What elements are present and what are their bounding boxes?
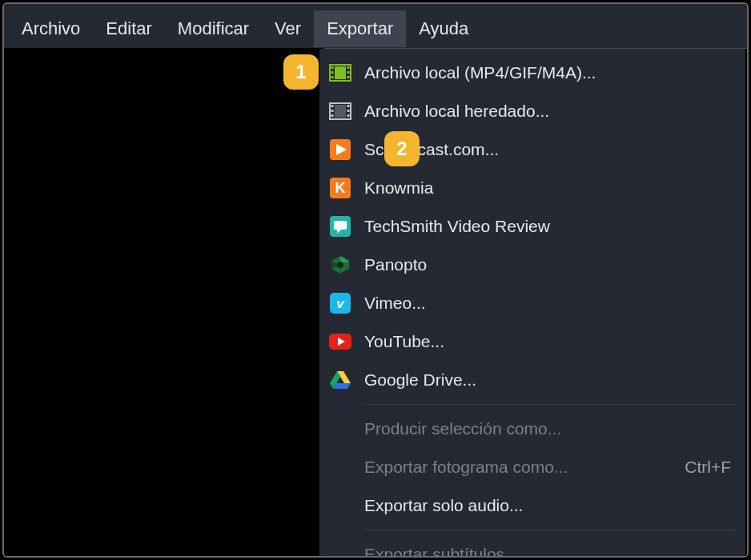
export-dropdown: Archivo local (MP4/GIF/M4A)... Archivo l… xyxy=(319,49,745,558)
menu-item-label: Panopto xyxy=(364,255,731,274)
export-youtube[interactable]: YouTube... xyxy=(319,322,745,361)
callout-label: 2 xyxy=(396,138,407,160)
callout-1: 1 xyxy=(283,54,319,90)
menu-item-label: Exportar subtítulos... xyxy=(364,545,731,558)
menu-ayuda[interactable]: Ayuda xyxy=(406,10,481,47)
menu-ver[interactable]: Ver xyxy=(262,10,314,47)
menu-editar[interactable]: Editar xyxy=(93,10,164,47)
svg-point-25 xyxy=(337,262,343,268)
svg-rect-6 xyxy=(347,71,350,74)
svg-rect-21 xyxy=(334,221,347,230)
menu-label: Ayuda xyxy=(419,18,468,39)
menu-item-label: Archivo local heredado... xyxy=(364,102,731,121)
export-techsmith[interactable]: TechSmith Video Review xyxy=(319,207,745,246)
svg-rect-14 xyxy=(347,110,350,112)
svg-rect-3 xyxy=(331,71,334,74)
svg-rect-10 xyxy=(331,105,334,107)
menu-modificar[interactable]: Modificar xyxy=(165,10,262,47)
callout-2: 2 xyxy=(384,131,420,166)
menu-label: Editar xyxy=(106,18,151,39)
film-green-icon xyxy=(329,62,351,84)
menu-exportar[interactable]: Exportar xyxy=(314,10,406,47)
svg-rect-4 xyxy=(331,76,334,78)
menu-label: Modificar xyxy=(178,18,249,39)
svg-rect-7 xyxy=(347,76,350,78)
menu-item-label: Exportar solo audio... xyxy=(364,496,731,515)
svg-rect-5 xyxy=(347,66,350,69)
export-local-mp4[interactable]: Archivo local (MP4/GIF/M4A)... xyxy=(319,54,745,92)
menu-item-shortcut: Ctrl+F xyxy=(685,458,731,477)
vimeo-icon: v xyxy=(329,292,351,314)
export-screencast[interactable]: Screencast.com... xyxy=(319,130,745,169)
menu-label: Archivo xyxy=(22,18,80,39)
youtube-icon xyxy=(329,330,351,353)
export-frame-as: Exportar fotograma como... Ctrl+F xyxy=(319,448,745,486)
svg-rect-1 xyxy=(335,66,346,79)
content-area: Archivo local (MP4/GIF/M4A)... Archivo l… xyxy=(4,49,747,556)
export-panopto[interactable]: Panopto xyxy=(319,246,745,284)
menu-label: Ver xyxy=(275,18,301,39)
svg-rect-12 xyxy=(331,114,334,117)
menu-item-label: TechSmith Video Review xyxy=(364,217,731,236)
svg-rect-11 xyxy=(331,110,334,112)
menu-item-label: Vimeo... xyxy=(364,294,731,313)
menu-item-label: Google Drive... xyxy=(364,370,731,390)
menubar: Archivo Editar Modificar Ver Exportar Ay… xyxy=(4,4,747,48)
menu-item-label: Knowmia xyxy=(364,178,731,198)
export-knowmia[interactable]: K Knowmia xyxy=(319,169,745,207)
knowmia-icon: K xyxy=(329,177,351,199)
export-google-drive[interactable]: Google Drive... xyxy=(319,361,745,399)
svg-rect-2 xyxy=(331,66,334,69)
menu-item-label: YouTube... xyxy=(364,332,731,351)
screencast-icon xyxy=(329,138,351,161)
export-vimeo[interactable]: v Vimeo... xyxy=(319,284,745,322)
menu-separator xyxy=(364,530,736,530)
menu-item-label: Archivo local (MP4/GIF/M4A)... xyxy=(364,63,731,82)
svg-text:v: v xyxy=(336,296,345,311)
film-gray-icon xyxy=(329,100,351,122)
export-local-legacy[interactable]: Archivo local heredado... xyxy=(319,92,745,130)
menu-archivo[interactable]: Archivo xyxy=(9,10,93,47)
panopto-icon xyxy=(329,254,351,276)
svg-rect-13 xyxy=(347,105,350,107)
menu-separator xyxy=(364,404,736,405)
export-produce-selection: Producir selección como... xyxy=(319,410,745,448)
menu-item-label: Exportar fotograma como... xyxy=(364,458,685,477)
export-subtitles: Exportar subtítulos... xyxy=(319,535,745,558)
techsmith-icon xyxy=(329,215,351,238)
svg-rect-15 xyxy=(347,114,350,117)
callout-label: 1 xyxy=(295,61,306,83)
menu-item-label: Producir selección como... xyxy=(364,419,731,438)
svg-text:K: K xyxy=(335,180,346,196)
svg-rect-9 xyxy=(335,105,346,118)
menu-label: Exportar xyxy=(327,18,393,39)
export-audio-only[interactable]: Exportar solo audio... xyxy=(319,486,745,525)
window-frame: Archivo Editar Modificar Ver Exportar Ay… xyxy=(2,2,749,558)
google-drive-icon xyxy=(329,369,351,391)
